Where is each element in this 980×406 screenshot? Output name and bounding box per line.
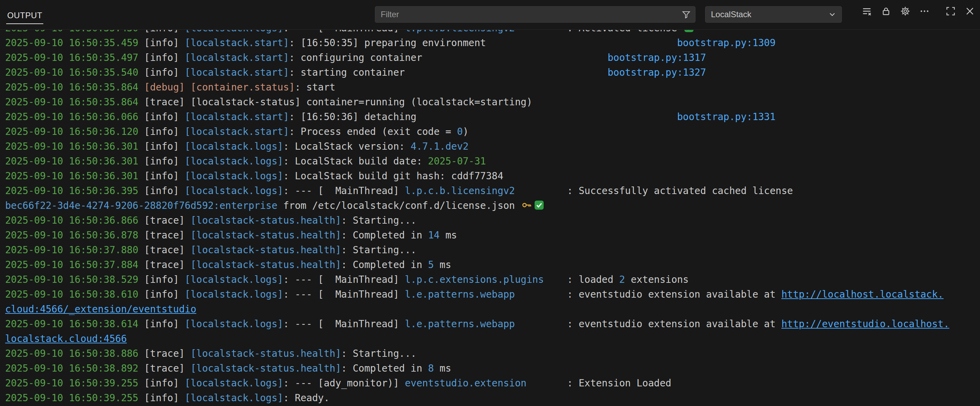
log-text: l.p.c.extensions.plugins xyxy=(405,274,544,285)
log-text: [localstack.logs] xyxy=(185,377,283,389)
log-text: : --- [ MainThread] xyxy=(283,318,405,329)
log-text: 2025-09-10 16:50:36.301 xyxy=(5,141,138,152)
log-text: [localstack-status.health] xyxy=(190,244,341,256)
log-text: 2025-09-10 16:50:38.886 xyxy=(5,348,138,359)
maximize-panel-icon[interactable] xyxy=(943,4,957,18)
filter-icon[interactable] xyxy=(682,10,690,19)
log-text: : [16:50:36] detaching xyxy=(289,111,417,123)
log-text: [info] xyxy=(138,318,185,329)
log-text: 2 xyxy=(619,274,625,285)
log-text: [trace] xyxy=(138,348,191,359)
log-text: [info] xyxy=(138,377,185,389)
log-text: [info] xyxy=(138,111,185,123)
log-text: [trace] xyxy=(138,244,191,256)
tab-output[interactable]: OUTPUT xyxy=(6,5,43,24)
log-text: extensions xyxy=(625,274,689,285)
log-line: 2025-09-10 16:50:38.886 [trace] [localst… xyxy=(5,346,980,361)
log-text: : Successfully activated cached license xyxy=(515,185,793,197)
log-line: 2025-09-10 16:50:35.864 [trace] [localst… xyxy=(5,94,980,109)
log-text: l.p.c.b.licensingv2 xyxy=(405,185,515,197)
log-line: 2025-09-10 16:50:38.610 [info] [localsta… xyxy=(5,287,980,302)
log-line: 2025-09-10 16:50:36.301 [info] [localsta… xyxy=(5,169,980,184)
gear-icon[interactable] xyxy=(898,4,912,18)
log-line: cloud:4566/_extension/eventstudio xyxy=(5,302,980,316)
log-line: 2025-09-10 16:50:37.880 [trace] [localst… xyxy=(5,243,980,257)
log-text: 2025-09-10 16:50:35.864 xyxy=(5,96,138,108)
file-link[interactable]: bootstrap.py:1331 xyxy=(677,111,776,123)
log-text: 2025-09-10 16:50:36.301 xyxy=(5,170,138,182)
url-link[interactable]: http://localhost.localstack. xyxy=(781,289,943,300)
log-line: 2025-09-10 16:50:39.255 [info] [localsta… xyxy=(5,390,980,405)
url-link[interactable]: cloud:4566/_extension/eventstudio xyxy=(5,304,196,315)
output-panel: OUTPUT LocalStack 2025-09-10 16:50:35.43… xyxy=(0,0,980,405)
log-text: [localstack.start] xyxy=(185,67,289,78)
log-text: : Completed in xyxy=(341,259,428,270)
log-text: [info] xyxy=(138,289,185,300)
log-text: : Completed in xyxy=(341,230,428,241)
log-line: 2025-09-10 16:50:39.255 [info] [localsta… xyxy=(5,376,980,390)
log-text: [info] xyxy=(138,170,185,182)
log-text: ) xyxy=(463,126,469,137)
log-text: ms xyxy=(434,363,451,374)
log-line: 2025-09-10 16:50:36.301 [info] [localsta… xyxy=(5,139,980,154)
log-text: [debug] xyxy=(144,82,185,93)
log-text: [localstack-status.health] xyxy=(190,230,341,241)
lock-icon[interactable] xyxy=(879,4,893,18)
more-actions-icon[interactable] xyxy=(918,4,931,18)
log-text: [info] xyxy=(138,67,185,78)
log-text: 2025-09-10 16:50:37.884 xyxy=(5,259,138,270)
close-icon[interactable] xyxy=(963,4,977,18)
log-text: : loaded xyxy=(544,274,619,285)
log-text: 8 xyxy=(428,363,434,374)
log-text xyxy=(422,52,608,63)
log-text: 2025-09-10 16:50:35.540 xyxy=(5,67,138,78)
log-text: 2025-09-10 16:50:35.459 xyxy=(5,37,138,48)
log-line: 2025-09-10 16:50:36.301 [info] [localsta… xyxy=(5,154,980,169)
log-text: : eventstudio extension available at xyxy=(515,318,781,329)
log-text: 2025-09-10 16:50:38.529 xyxy=(5,274,138,285)
log-text: 2025-09-10 16:50:38.892 xyxy=(5,363,138,374)
log-text: 2025-09-10 16:50:38.610 xyxy=(5,289,138,300)
log-line: 2025-09-10 16:50:36.866 [trace] [localst… xyxy=(5,213,980,228)
log-text: [trace] xyxy=(138,215,191,226)
log-text: [container.status] xyxy=(190,82,294,93)
log-text: : [16:50:35] preparing environment xyxy=(289,37,486,48)
log-line: 2025-09-10 16:50:36.120 [info] [localsta… xyxy=(5,124,980,139)
log-text: : Extension Loaded xyxy=(527,377,671,389)
channel-select[interactable]: LocalStack xyxy=(705,6,842,23)
log-text: bec66f22-3d4e-4274-9206-28820f76d592:ent… xyxy=(5,200,277,211)
log-text: ms xyxy=(439,230,457,241)
log-text: : --- [ady_monitor)] xyxy=(283,377,405,389)
filter-input[interactable] xyxy=(375,6,695,23)
log-text: [localstack-status.health] xyxy=(190,348,341,359)
log-text: : Starting... xyxy=(341,244,417,256)
log-text: [info] xyxy=(138,52,185,63)
url-link[interactable]: http://eventstudio.localhost. xyxy=(781,318,950,329)
log-text xyxy=(185,82,191,93)
log-text xyxy=(417,111,677,123)
log-text: : start xyxy=(295,82,336,93)
log-text: : LocalStack build date: xyxy=(283,155,428,167)
log-line: 2025-09-10 16:50:38.614 [info] [localsta… xyxy=(5,316,980,331)
log-text: [localstack.logs] xyxy=(185,289,283,300)
file-link[interactable]: bootstrap.py:1317 xyxy=(608,52,706,63)
log-text: [localstack.logs] xyxy=(185,170,283,182)
url-link[interactable]: localstack.cloud:4566 xyxy=(5,333,127,344)
log-line: bec66f22-3d4e-4274-9206-28820f76d592:ent… xyxy=(5,198,980,213)
log-text: 2025-07-31 xyxy=(428,155,486,167)
file-link[interactable]: bootstrap.py:1309 xyxy=(677,37,776,48)
panel-actions xyxy=(860,4,977,18)
log-text: : --- [ MainThread] xyxy=(283,289,405,300)
log-text: 0 xyxy=(457,126,463,137)
log-container[interactable]: 2025-09-10 16:50:35.430 [info] [localsta… xyxy=(0,30,980,405)
clear-output-icon[interactable] xyxy=(860,4,873,18)
log-text xyxy=(405,67,608,78)
log-line: 2025-09-10 16:50:35.540 [info] [localsta… xyxy=(5,65,980,80)
log-text: 2025-09-10 16:50:38.614 xyxy=(5,318,138,329)
file-link[interactable]: bootstrap.py:1327 xyxy=(608,67,706,78)
log-text: [info] xyxy=(138,155,185,167)
log-text: : configuring container xyxy=(289,52,422,63)
log-text: : --- [ MainThread] xyxy=(283,185,405,197)
log-line: 2025-09-10 16:50:35.497 [info] [localsta… xyxy=(5,50,980,65)
log-text: 2025-09-10 16:50:36.395 xyxy=(5,185,138,197)
